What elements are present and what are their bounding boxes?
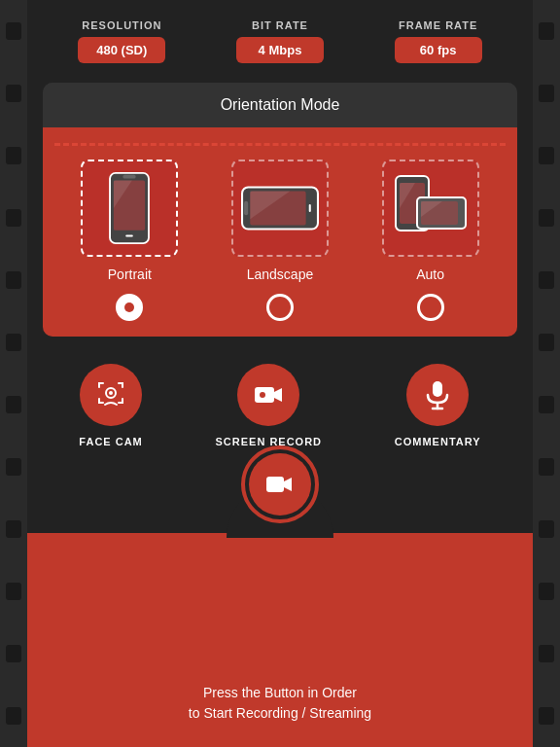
landscape-device-icon (240, 183, 320, 233)
orientation-body: Portrait Landscape (43, 127, 517, 337)
face-cam-group: FACE CAM (79, 364, 142, 447)
landscape-icon-wrapper (231, 160, 329, 257)
arc-decoration (227, 484, 333, 538)
framerate-button[interactable]: 60 fps (395, 37, 482, 63)
dashed-divider (54, 143, 506, 146)
screen-record-icon (253, 379, 284, 410)
radio-auto[interactable] (417, 294, 444, 321)
record-video-icon (264, 469, 296, 500)
record-button-outer[interactable] (241, 445, 319, 523)
face-cam-icon (95, 379, 126, 410)
radio-landscape[interactable] (266, 294, 294, 321)
record-hint-line1: Press the Button in Order (203, 685, 357, 700)
commentary-button[interactable] (406, 364, 469, 426)
filmstrip-right (533, 0, 560, 747)
filmstrip-left (0, 0, 27, 747)
bottom-section: Press the Button in Order to Start Recor… (27, 533, 533, 747)
radio-portrait[interactable] (116, 294, 143, 321)
record-button-inner (249, 453, 311, 516)
action-row: FACE CAM SCREEN RECORD (43, 364, 517, 447)
screen-record-label: SCREEN RECORD (216, 436, 323, 447)
orientation-panel: Orientation Mode (43, 83, 517, 337)
record-hint: Press the Button in Order to Start Recor… (189, 683, 371, 724)
screen-record-button[interactable] (237, 364, 299, 426)
orientation-options: Portrait Landscape (54, 160, 506, 282)
auto-device-icon (392, 174, 470, 242)
commentary-label: COMMENTARY (395, 436, 481, 447)
resolution-label: RESOLUTION (82, 19, 161, 31)
portrait-device-icon (106, 171, 153, 245)
face-cam-label: FACE CAM (79, 436, 142, 447)
resolution-button[interactable]: 480 (SD) (78, 37, 165, 63)
orientation-option-portrait[interactable]: Portrait (81, 160, 178, 282)
orientation-option-landscape[interactable]: Landscape (231, 160, 329, 282)
commentary-group: COMMENTARY (395, 364, 481, 447)
record-hint-line2: to Start Recording / Streaming (189, 705, 371, 721)
svg-point-17 (109, 391, 113, 395)
portrait-icon-wrapper (81, 160, 178, 257)
portrait-label: Portrait (108, 267, 152, 282)
auto-icon-wrapper (382, 160, 479, 257)
landscape-label: Landscape (247, 267, 314, 282)
commentary-icon (422, 379, 453, 410)
orientation-header: Orientation Mode (43, 83, 517, 127)
bitrate-group: BIT RATE 4 Mbps (236, 19, 324, 63)
svg-marker-25 (284, 478, 292, 491)
framerate-label: FRAME RATE (399, 19, 477, 31)
svg-rect-21 (433, 381, 442, 397)
svg-rect-2 (123, 175, 136, 179)
svg-rect-24 (266, 477, 284, 492)
orientation-option-auto[interactable]: Auto (382, 160, 479, 282)
radio-row (54, 294, 506, 321)
screen-record-group: SCREEN RECORD (216, 364, 323, 447)
framerate-group: FRAME RATE 60 fps (395, 19, 482, 63)
svg-point-20 (260, 392, 265, 398)
resolution-group: RESOLUTION 480 (SD) (78, 19, 165, 63)
svg-marker-19 (274, 388, 282, 402)
settings-row: RESOLUTION 480 (SD) BIT RATE 4 Mbps FRAM… (43, 19, 517, 63)
bitrate-button[interactable]: 4 Mbps (236, 37, 324, 63)
auto-label: Auto (416, 267, 444, 282)
svg-rect-7 (244, 201, 248, 215)
bitrate-label: BIT RATE (252, 19, 308, 31)
face-cam-button[interactable] (80, 364, 142, 426)
